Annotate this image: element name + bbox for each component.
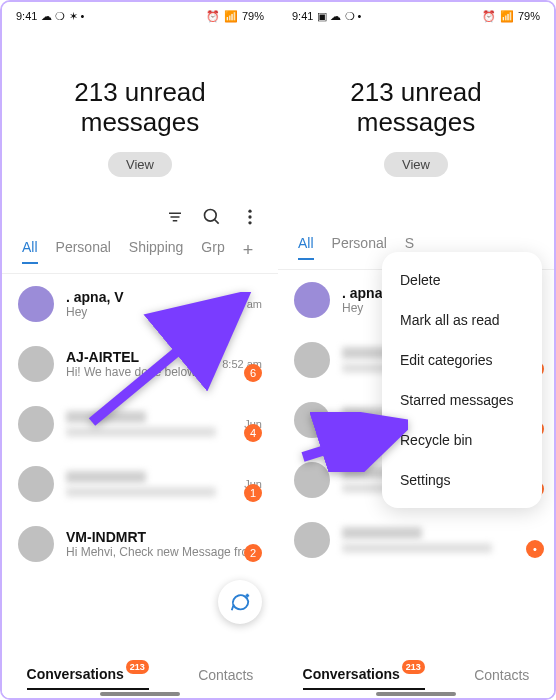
tab-shipping[interactable]: Shipping: [129, 239, 184, 263]
menu-mark-read[interactable]: Mark all as read: [382, 300, 542, 340]
unread-title: 213 unread messages: [278, 78, 554, 138]
nav-unread-badge: 213: [402, 660, 425, 674]
unread-badge: 2: [244, 544, 262, 562]
avatar: [18, 286, 54, 322]
menu-delete[interactable]: Delete: [382, 260, 542, 300]
context-menu: Delete Mark all as read Edit categories …: [382, 252, 542, 508]
view-button[interactable]: View: [384, 152, 448, 177]
list-item[interactable]: . apna, V Hey 9:11 am: [2, 274, 278, 334]
header: 213 unread messages View: [2, 30, 278, 197]
unread-badge: 6: [244, 364, 262, 382]
unread-title: 213 unread messages: [2, 78, 278, 138]
search-icon[interactable]: [202, 207, 222, 231]
tab-grp[interactable]: Grp: [201, 239, 224, 263]
svg-point-7: [248, 221, 251, 224]
menu-edit-categories[interactable]: Edit categories: [382, 340, 542, 380]
nav-unread-badge: 213: [126, 660, 149, 674]
avatar: [18, 526, 54, 562]
category-tabs: All Personal Shipping Grp +: [2, 239, 278, 274]
avatar: [18, 346, 54, 382]
phone-screenshot-left: 9:41 ☁ ❍ ✶ • ⏰ 📶 79% 213 unread messages…: [2, 2, 278, 700]
tab-personal[interactable]: Personal: [332, 235, 387, 259]
alarm-icon: ⏰: [482, 10, 496, 23]
alarm-icon: ⏰: [206, 10, 220, 23]
battery-text: 79%: [242, 10, 264, 22]
list-item[interactable]: Jun 1: [2, 454, 278, 514]
list-item[interactable]: •: [278, 510, 554, 570]
status-icons-left: ☁ ❍ ✶ •: [41, 10, 84, 23]
bottom-nav: Conversations213 Contacts: [2, 648, 278, 700]
status-bar: 9:41 ☁ ❍ ✶ • ⏰ 📶 79%: [2, 2, 278, 30]
phone-screenshot-right: 9:41 ▣ ☁ ❍ • ⏰ 📶 79% 213 unread messages…: [278, 2, 554, 700]
tab-all[interactable]: All: [22, 239, 38, 263]
tab-personal[interactable]: Personal: [56, 239, 111, 263]
status-icons-left: ▣ ☁ ❍ •: [317, 10, 361, 23]
unread-badge: 4: [244, 424, 262, 442]
nav-contacts[interactable]: Contacts: [198, 661, 253, 689]
filter-icon[interactable]: [166, 208, 184, 230]
nav-contacts[interactable]: Contacts: [474, 661, 529, 689]
nav-conversations[interactable]: Conversations213: [303, 660, 425, 690]
conversation-list: . apna, V Hey 9:11 am AJ-AIRTEL Hi! We h…: [2, 274, 278, 574]
svg-point-5: [248, 209, 251, 212]
status-time: 9:41: [16, 10, 37, 22]
tab-all[interactable]: All: [298, 235, 314, 259]
toolbar: [2, 197, 278, 239]
home-indicator: [100, 692, 180, 696]
signal-icon: 📶: [500, 10, 514, 23]
list-item[interactable]: Jun 4: [2, 394, 278, 454]
avatar: [18, 466, 54, 502]
list-item[interactable]: AJ-AIRTEL Hi! We have done below updatio…: [2, 334, 278, 394]
more-icon[interactable]: [240, 207, 260, 231]
svg-point-3: [205, 209, 217, 221]
home-indicator: [376, 692, 456, 696]
unread-badge: 1: [244, 484, 262, 502]
svg-point-6: [248, 215, 251, 218]
signal-icon: 📶: [224, 10, 238, 23]
svg-line-4: [215, 219, 219, 223]
avatar: [18, 406, 54, 442]
add-category-button[interactable]: +: [243, 240, 254, 261]
compose-fab[interactable]: [218, 580, 262, 624]
status-time: 9:41: [292, 10, 313, 22]
menu-starred[interactable]: Starred messages: [382, 380, 542, 420]
battery-text: 79%: [518, 10, 540, 22]
bottom-nav: Conversations213 Contacts: [278, 648, 554, 700]
menu-settings[interactable]: Settings: [382, 460, 542, 500]
header: 213 unread messages View: [278, 30, 554, 197]
list-item[interactable]: VM-INDMRT Hi Mehvi, Check new Message fr…: [2, 514, 278, 574]
avatar: [294, 282, 330, 318]
menu-recycle-bin[interactable]: Recycle bin: [382, 420, 542, 460]
status-bar: 9:41 ▣ ☁ ❍ • ⏰ 📶 79%: [278, 2, 554, 30]
view-button[interactable]: View: [108, 152, 172, 177]
nav-conversations[interactable]: Conversations213: [27, 660, 149, 690]
